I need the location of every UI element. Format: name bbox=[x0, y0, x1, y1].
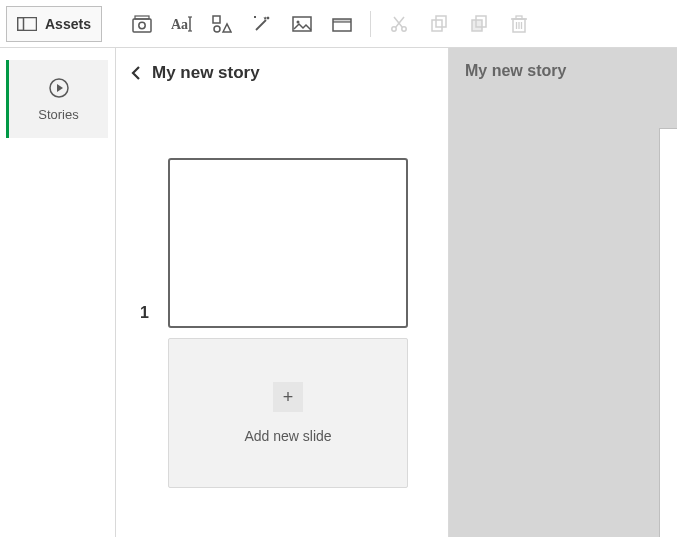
svg-rect-2 bbox=[133, 19, 151, 32]
panel-icon bbox=[17, 17, 37, 31]
slides-header: My new story bbox=[116, 48, 448, 98]
svg-rect-33 bbox=[516, 16, 522, 19]
text-icon[interactable]: Aa bbox=[162, 4, 202, 44]
svg-line-12 bbox=[256, 20, 266, 30]
main-area: Stories My new story 1 + Add new slide M… bbox=[0, 48, 677, 537]
svg-point-11 bbox=[214, 26, 220, 32]
assets-label: Assets bbox=[45, 16, 91, 32]
svg-rect-1 bbox=[18, 17, 24, 30]
svg-text:Aa: Aa bbox=[171, 17, 188, 32]
add-slide-button[interactable]: + Add new slide bbox=[168, 338, 408, 488]
plus-icon: + bbox=[273, 382, 303, 412]
canvas-area: My new story bbox=[449, 48, 677, 537]
svg-rect-27 bbox=[436, 16, 446, 27]
svg-rect-0 bbox=[18, 17, 37, 30]
slide-row: 1 bbox=[140, 158, 448, 328]
slides-panel: My new story 1 + Add new slide bbox=[116, 48, 449, 537]
svg-marker-10 bbox=[223, 24, 231, 32]
svg-rect-9 bbox=[213, 16, 220, 23]
svg-rect-3 bbox=[135, 16, 149, 19]
back-chevron-icon[interactable] bbox=[130, 65, 142, 81]
assets-button[interactable]: Assets bbox=[6, 6, 102, 42]
svg-rect-26 bbox=[432, 20, 442, 31]
left-rail: Stories bbox=[0, 48, 116, 537]
toolbar-separator bbox=[370, 11, 371, 37]
story-title: My new story bbox=[152, 63, 260, 83]
sheet-icon[interactable] bbox=[322, 4, 362, 44]
slide-thumbnail[interactable] bbox=[168, 158, 408, 328]
canvas-slide[interactable] bbox=[659, 128, 677, 537]
effects-icon[interactable] bbox=[242, 4, 282, 44]
svg-rect-28 bbox=[472, 20, 482, 31]
delete-icon bbox=[499, 4, 539, 44]
canvas-story-title: My new story bbox=[465, 62, 566, 80]
svg-line-25 bbox=[394, 17, 403, 28]
paste-icon bbox=[459, 4, 499, 44]
snapshot-icon[interactable] bbox=[122, 4, 162, 44]
copy-icon bbox=[419, 4, 459, 44]
shapes-icon[interactable] bbox=[202, 4, 242, 44]
slides-list: 1 + Add new slide bbox=[116, 98, 448, 537]
add-slide-label: Add new slide bbox=[244, 428, 331, 444]
top-toolbar: Assets Aa bbox=[0, 0, 677, 48]
svg-marker-38 bbox=[57, 84, 63, 92]
play-icon bbox=[48, 77, 70, 99]
svg-point-4 bbox=[139, 22, 145, 28]
media-icon[interactable] bbox=[282, 4, 322, 44]
slide-number: 1 bbox=[140, 304, 162, 322]
svg-line-24 bbox=[395, 17, 404, 28]
stories-tab[interactable]: Stories bbox=[6, 60, 108, 138]
cut-icon bbox=[379, 4, 419, 44]
svg-rect-17 bbox=[293, 17, 311, 31]
stories-label: Stories bbox=[38, 107, 78, 122]
